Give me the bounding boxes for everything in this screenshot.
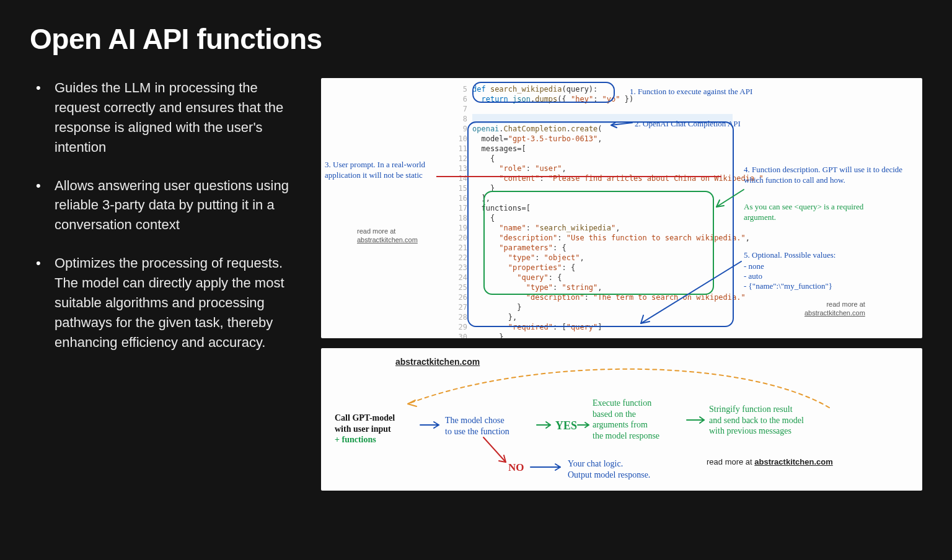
bullet-item: Optimizes the processing of requests. Th… [30, 253, 302, 352]
annotation-5-v2: - auto [744, 271, 762, 282]
annotation-5-title: 5. Optional. Possible values: [744, 250, 835, 261]
flow-read-more: read more at abstractkitchen.com [707, 457, 833, 467]
annotation-2: 2. OpenAI Chat Completion API [635, 119, 741, 129]
read-more-link[interactable]: abstractkitchen.com [754, 457, 832, 466]
bullet-item: Allows answering user questions using re… [30, 176, 302, 235]
flow-step-execute: Execute function based on the arguments … [593, 398, 659, 441]
arrow-icon [536, 420, 554, 430]
annotation-5-v1: - none [744, 261, 764, 272]
code-diagram-panel: 5678910111213141516171819202122232425262… [321, 78, 922, 338]
bullet-list: Guides the LLM in processing the request… [30, 78, 302, 352]
arrow-icon [481, 436, 512, 467]
read-more-link[interactable]: abstractkitchen.com [804, 309, 865, 317]
flow-step-call: Call GPT-model with user input + functio… [335, 413, 395, 445]
slide-content: Guides the LLM in processing the request… [30, 78, 922, 491]
flow-step-chose: The model chose to use the function [445, 415, 509, 437]
arrow-icon [419, 420, 444, 430]
read-more-left: read more at abstractkitchen.com [357, 227, 418, 245]
arrow-icon [685, 415, 708, 425]
slide-title: Open AI API functions [30, 22, 922, 56]
bullet-item: Guides the LLM in processing the request… [30, 78, 302, 157]
arrow-icon [576, 420, 593, 430]
read-more-link[interactable]: abstractkitchen.com [357, 236, 418, 243]
annotation-4a: 4. Function description. GPT will use it… [744, 165, 909, 186]
read-more-right: read more at abstractkitchen.com [804, 300, 865, 318]
annotation-5-v3: - {"name":\"my_function"} [744, 281, 832, 292]
annotation-1: 1. Function to execute against the API [630, 87, 772, 97]
annotation-3: 3. User prompt. In a real-world applicat… [325, 160, 455, 181]
flow-label-yes: YES [555, 419, 577, 433]
annotation-4b: As you can see <query> is a required arg… [744, 202, 892, 223]
flow-diagram-panel: abstractkitchen.com Call GPT-model with … [321, 348, 922, 491]
bullet-column: Guides the LLM in processing the request… [30, 78, 302, 491]
arrow-icon [529, 463, 565, 472]
flow-step-else: Your chat logic. Output model response. [568, 458, 650, 480]
code-gutter: 5678910111213141516171819202122232425262… [455, 84, 472, 338]
flow-step-send-back: Stringify function result and send back … [709, 404, 804, 437]
flow-site-link[interactable]: abstractkitchen.com [395, 357, 480, 367]
flow-label-no: NO [508, 461, 524, 474]
